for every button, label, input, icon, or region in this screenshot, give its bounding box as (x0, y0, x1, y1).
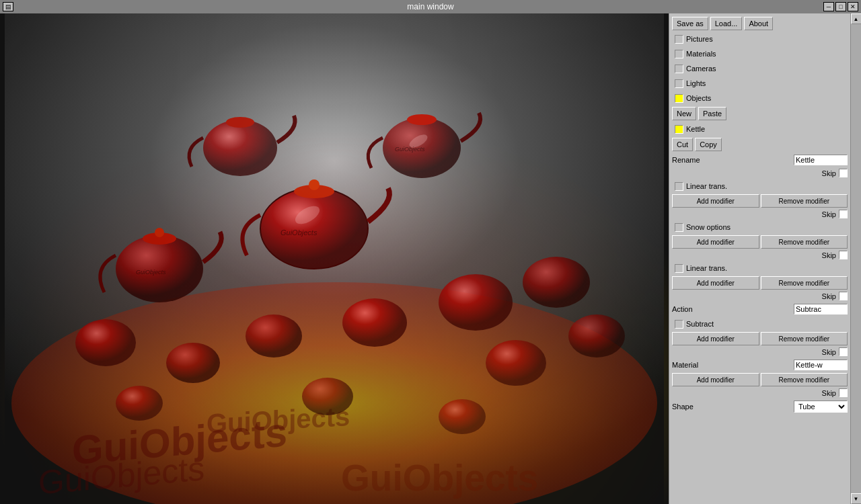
material-input[interactable] (794, 360, 848, 370)
remove-modifier-4-button[interactable]: Remove modifier (761, 332, 848, 345)
rename-input[interactable] (794, 155, 848, 165)
scrollbar-track[interactable] (851, 24, 862, 493)
skip-checkbox-4[interactable] (839, 292, 848, 300)
svg-point-24 (568, 314, 625, 358)
skip-label-2: Skip (822, 210, 836, 218)
material-label: Material (672, 361, 698, 369)
modifier-row-2: Add modifier Remove modifier (672, 235, 848, 249)
cut-button[interactable]: Cut (672, 138, 693, 151)
svg-point-12 (155, 228, 164, 237)
main-area: GuiObjects GuiObjects GuiObjects GuiObje… (0, 13, 861, 504)
about-button[interactable]: About (744, 17, 773, 30)
window-title: main window (407, 0, 453, 13)
svg-point-18 (166, 343, 220, 383)
skip-checkbox-2[interactable] (839, 210, 848, 218)
skip-label-4: Skip (822, 292, 836, 300)
pictures-checkbox-box (675, 35, 683, 44)
close-button[interactable]: ✕ (848, 2, 858, 11)
save-as-button[interactable]: Save as (672, 17, 708, 30)
svg-point-23 (486, 340, 546, 386)
scroll-down-button[interactable]: ▼ (851, 493, 862, 504)
subtract-checkbox[interactable]: Subtract (672, 317, 848, 331)
skip-checkbox-3[interactable] (839, 251, 848, 259)
linear-trans-2-label: Linear trans. (686, 264, 727, 272)
svg-point-21 (342, 298, 407, 347)
materials-label: Materials (686, 50, 716, 58)
system-menu-button[interactable]: ▤ (3, 2, 13, 11)
skip-row-1: Skip (672, 168, 848, 178)
add-modifier-3-button[interactable]: Add modifier (672, 276, 759, 290)
remove-modifier-3-button[interactable]: Remove modifier (761, 276, 848, 290)
load-button[interactable]: Load... (710, 17, 743, 30)
subtract-label: Subtract (686, 320, 714, 328)
modifier-row-5: Add modifier Remove modifier (672, 373, 848, 386)
sidebar-container: Save as Load... About Pictures Materials… (669, 13, 861, 504)
title-bar-right-controls[interactable]: ─ □ ✕ (823, 2, 858, 11)
objects-label: Objects (686, 94, 711, 102)
top-buttons-row: Save as Load... About (672, 16, 848, 31)
svg-point-26 (302, 378, 353, 415)
skip-row-6: Skip (672, 388, 848, 398)
scroll-up-button[interactable]: ▲ (851, 13, 862, 24)
objects-checkbox[interactable]: Objects (672, 91, 848, 105)
cameras-label: Cameras (686, 65, 716, 73)
skip-checkbox-6[interactable] (839, 388, 848, 397)
remove-modifier-2-button[interactable]: Remove modifier (761, 235, 848, 249)
minimize-button[interactable]: ─ (823, 2, 834, 11)
svg-point-13 (203, 120, 277, 176)
shape-select[interactable]: Tube (794, 401, 848, 413)
svg-text:GuiObjects: GuiObjects (395, 146, 425, 153)
copy-button[interactable]: Copy (695, 138, 722, 151)
viewport[interactable]: GuiObjects GuiObjects GuiObjects GuiObje… (0, 13, 669, 504)
remove-modifier-5-button[interactable]: Remove modifier (761, 373, 848, 386)
add-modifier-2-button[interactable]: Add modifier (672, 235, 759, 249)
title-bar-left-controls[interactable]: ▤ (3, 2, 13, 11)
svg-point-14 (226, 117, 254, 128)
action-row: Action (672, 302, 848, 316)
cameras-checkbox[interactable]: Cameras (672, 62, 848, 75)
svg-point-20 (523, 257, 590, 308)
title-bar: ▤ main window ─ □ ✕ (0, 0, 861, 13)
snow-options-checkbox[interactable]: Snow options (672, 220, 848, 234)
pictures-checkbox[interactable]: Pictures (672, 32, 848, 46)
skip-label-1: Skip (822, 169, 836, 177)
scrollbar[interactable]: ▲ ▼ (850, 13, 861, 504)
subtract-checkbox-box (675, 320, 683, 329)
svg-point-9 (309, 179, 320, 190)
lights-label: Lights (686, 79, 706, 87)
modifier-row-1: Add modifier Remove modifier (672, 194, 848, 208)
paste-button[interactable]: Paste (698, 107, 726, 120)
pictures-label: Pictures (686, 35, 713, 43)
skip-label-3: Skip (822, 251, 836, 259)
snow-options-box (675, 223, 683, 232)
lights-checkbox[interactable]: Lights (672, 77, 848, 90)
svg-text:GuiObjects: GuiObjects (280, 228, 317, 237)
materials-checkbox[interactable]: Materials (672, 47, 848, 60)
svg-point-25 (116, 386, 163, 421)
skip-checkbox-5[interactable] (839, 347, 848, 356)
skip-checkbox-1[interactable] (839, 169, 848, 177)
action-label: Action (672, 305, 693, 313)
action-input[interactable] (794, 304, 848, 314)
svg-point-16 (407, 114, 437, 125)
kettle-item[interactable]: Kettle (672, 122, 848, 136)
add-modifier-4-button[interactable]: Add modifier (672, 332, 759, 345)
modifier-row-3: Add modifier Remove modifier (672, 276, 848, 290)
svg-point-19 (439, 274, 513, 331)
maximize-button[interactable]: □ (835, 2, 846, 11)
new-paste-row: New Paste (672, 106, 848, 121)
linear-trans-2[interactable]: Linear trans. (672, 261, 848, 275)
add-modifier-1-button[interactable]: Add modifier (672, 194, 759, 208)
skip-row-2: Skip (672, 209, 848, 219)
objects-checkbox-box (675, 94, 683, 103)
remove-modifier-1-button[interactable]: Remove modifier (761, 194, 848, 208)
linear-trans-1-label: Linear trans. (686, 182, 727, 190)
shape-label: Shape (672, 403, 694, 411)
linear-trans-2-box (675, 264, 683, 273)
materials-checkbox-box (675, 50, 683, 58)
linear-trans-1[interactable]: Linear trans. (672, 179, 848, 193)
new-button[interactable]: New (672, 107, 696, 120)
scene-svg: GuiObjects GuiObjects GuiObjects GuiObje… (0, 13, 669, 504)
add-modifier-5-button[interactable]: Add modifier (672, 373, 759, 386)
kettle-label: Kettle (686, 125, 705, 133)
